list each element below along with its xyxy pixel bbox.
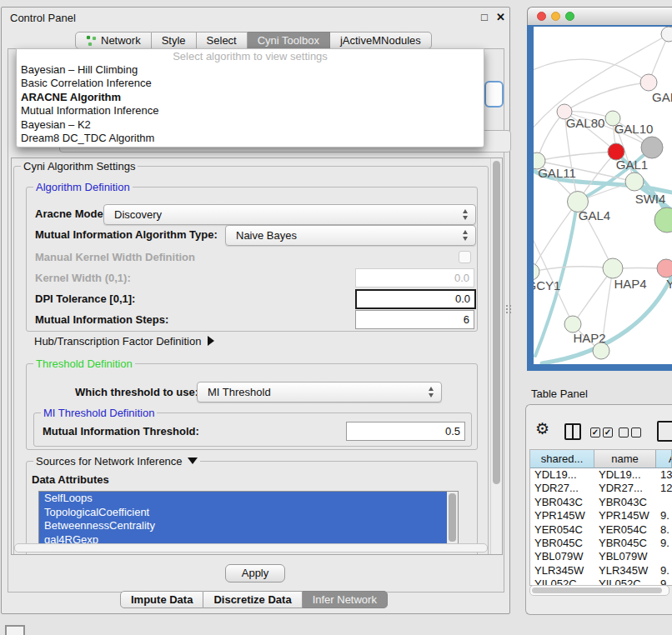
settings-horizontal-scrollbar[interactable] xyxy=(14,543,488,552)
splitter-grip-icon[interactable] xyxy=(505,304,512,314)
manual-kernel-checkbox[interactable] xyxy=(459,251,471,263)
attribute-item-selfloops[interactable]: SelfLoops xyxy=(39,492,458,506)
column-header-1[interactable]: shared... xyxy=(530,450,594,468)
algorithm-option-bayesian-hill-climbing[interactable]: Bayesian – Hill Climbing xyxy=(17,63,484,77)
tab-select[interactable]: Select xyxy=(197,32,248,49)
close-traffic-light-icon[interactable] xyxy=(537,12,546,21)
table-cell: 9. xyxy=(656,509,672,522)
close-window-icon[interactable]: ✕ xyxy=(496,11,505,23)
tab-infer-network[interactable]: Infer Network xyxy=(303,591,388,608)
data-attributes-label: Data Attributes xyxy=(32,473,109,486)
node-label: HAP4 xyxy=(614,277,646,291)
unchecked-checkbox-icon[interactable] xyxy=(619,428,629,438)
node-label: SWI4 xyxy=(635,192,666,206)
zoom-traffic-light-icon[interactable] xyxy=(565,12,574,21)
algorithm-option-dream8-dc-tdc-algorithm[interactable]: Dream8 DC_TDC Algorithm xyxy=(17,132,484,145)
algorithm-dropdown-popup: Select algorithm to view settings Bayesi… xyxy=(16,48,484,148)
mi-algorithm-type-combo[interactable]: Naive Bayes xyxy=(225,225,476,246)
which-threshold-label: Which threshold to use: xyxy=(75,386,198,398)
tab-impute-data[interactable]: Impute Data xyxy=(120,591,203,608)
network-node[interactable] xyxy=(661,27,672,42)
table-row[interactable]: YBR043CYBR043C xyxy=(530,496,672,509)
settings-vscroll-thumb[interactable] xyxy=(493,161,500,484)
settings-vertical-scrollbar[interactable] xyxy=(490,158,502,554)
apply-button[interactable]: Apply xyxy=(225,564,285,582)
table-hscroll-thumb[interactable] xyxy=(532,588,662,593)
table-cell: YPR145W xyxy=(594,509,656,522)
attribute-item-topologicalcoefficient[interactable]: TopologicalCoefficient xyxy=(39,506,458,520)
checked-checkbox-icon[interactable]: ✓ xyxy=(590,428,600,438)
gear-icon[interactable]: ⚙ xyxy=(535,421,549,437)
hub-definition-toggle[interactable]: Hub/Transcription Factor Definition xyxy=(34,335,214,348)
table-row[interactable]: YPR145WYPR145W9. xyxy=(530,509,672,522)
collapse-icon[interactable] xyxy=(188,458,198,464)
network-window-frame: GALGAL80GAL10GAL1GAL11SWI4GAL4GCY1HAP4YH… xyxy=(527,25,672,371)
control-panel-tabs: NetworkStyleSelectCyni ToolboxjActiveMNo… xyxy=(75,32,432,49)
data-attributes-list: SelfLoopsTopologicalCoefficientBetweenne… xyxy=(38,491,459,548)
threshold-definition-group: Threshold Definition Which threshold to … xyxy=(26,363,478,450)
network-node[interactable] xyxy=(641,137,663,158)
checked-checkbox-icon[interactable]: ✓ xyxy=(603,428,613,438)
network-canvas[interactable]: GALGAL80GAL10GAL1GAL11SWI4GAL4GCY1HAP4YH… xyxy=(534,27,672,364)
minimized-panel-icon[interactable] xyxy=(5,625,25,635)
network-window-titlebar[interactable] xyxy=(527,7,672,27)
mi-steps-field[interactable]: 6 xyxy=(355,310,474,329)
network-node[interactable] xyxy=(593,342,609,359)
kernel-width-field[interactable]: 0.0 xyxy=(355,268,474,288)
table-row[interactable]: YLR345WYLR345W9. xyxy=(530,564,672,578)
network-view-window: GALGAL80GAL10GAL1GAL11SWI4GAL4GCY1HAP4YH… xyxy=(527,7,672,371)
tab-jactivemnodules[interactable]: jActiveMNodules xyxy=(330,32,432,49)
table-row[interactable]: YDR27...YDR27...12 xyxy=(530,482,672,495)
table-row[interactable]: YBL079WYBL079W xyxy=(530,550,672,563)
mi-algorithm-type-label: Mutual Information Algorithm Type: xyxy=(35,228,218,241)
network-node-gcy1[interactable] xyxy=(534,263,539,280)
table-body: YDL19...YDL19...13YDR27...YDR27...12YBR0… xyxy=(530,468,672,586)
table-cell: YBL079W xyxy=(594,550,656,563)
algorithm-option-bayesian-k2[interactable]: Bayesian – K2 xyxy=(17,118,484,132)
algorithm-option-aracne-algorithm[interactable]: ARACNE Algorithm xyxy=(17,91,484,104)
table-header: shared...nameA xyxy=(530,450,672,468)
network-node-hap2[interactable] xyxy=(564,316,581,332)
algorithm-option-mutual-information-inference[interactable]: Mutual Information Inference xyxy=(17,104,484,118)
algorithm-option-basic-correlation-inference[interactable]: Basic Correlation Inference xyxy=(17,77,484,90)
column-header-2[interactable]: name xyxy=(594,450,656,468)
application-window: Control Panel □ ✕ NetworkStyleSelectCyni… xyxy=(0,0,672,635)
column-header-3[interactable]: A xyxy=(656,450,672,468)
split-view-icon[interactable] xyxy=(564,423,581,440)
minimize-traffic-light-icon[interactable] xyxy=(551,12,560,21)
bottom-tabs: Impute DataDiscretize DataInfer Network xyxy=(120,591,388,608)
table-row[interactable]: YER054CYER054C8. xyxy=(530,523,672,537)
aracne-mode-label: Aracne Mode: xyxy=(35,208,107,220)
table-horizontal-scrollbar[interactable] xyxy=(529,585,669,596)
mi-threshold-field[interactable]: 0.5 xyxy=(346,422,465,441)
tab-network[interactable]: Network xyxy=(75,32,152,49)
which-threshold-combo[interactable]: MI Threshold xyxy=(197,382,442,402)
dropdown-prompt: Select algorithm to view settings xyxy=(17,49,484,63)
list-scrollbar[interactable] xyxy=(447,492,458,548)
network-node-gal[interactable] xyxy=(640,74,657,91)
node-label: GAL1 xyxy=(616,158,648,172)
group-title: Threshold Definition xyxy=(33,358,135,370)
attribute-item-betweennesscentrality[interactable]: BetweennessCentrality xyxy=(39,519,458,533)
table-panel-window: ⚙ ✓ ✓ shared...nameA YDL19...YDL19...13Y… xyxy=(525,404,672,615)
dpi-tolerance-field[interactable]: 0.0 xyxy=(355,289,476,309)
focused-combo-edge[interactable] xyxy=(484,81,504,108)
table-row[interactable]: YBR045CYBR045C9. xyxy=(530,537,672,550)
table-row[interactable]: YDL19...YDL19...13 xyxy=(530,468,672,482)
group-title: MI Threshold Definition xyxy=(41,407,157,419)
network-node[interactable] xyxy=(654,208,672,232)
document-icon[interactable] xyxy=(657,421,672,442)
tab-cyni-toolbox[interactable]: Cyni Toolbox xyxy=(248,32,330,49)
network-node-swi4[interactable] xyxy=(625,172,644,191)
network-node-y[interactable] xyxy=(657,259,672,278)
float-window-icon[interactable]: □ xyxy=(481,11,488,23)
group-title: Algorithm Definition xyxy=(33,181,133,193)
tab-discretize-data[interactable]: Discretize Data xyxy=(203,591,302,608)
aracne-mode-combo[interactable]: Discovery xyxy=(103,204,476,225)
list-scrollbar-thumb[interactable] xyxy=(449,493,456,542)
network-node-hap4[interactable] xyxy=(603,258,623,278)
table-cell xyxy=(656,550,672,563)
unchecked-checkbox-icon[interactable] xyxy=(631,428,641,438)
tab-style[interactable]: Style xyxy=(152,32,197,49)
node-label: GCY1 xyxy=(534,278,560,292)
